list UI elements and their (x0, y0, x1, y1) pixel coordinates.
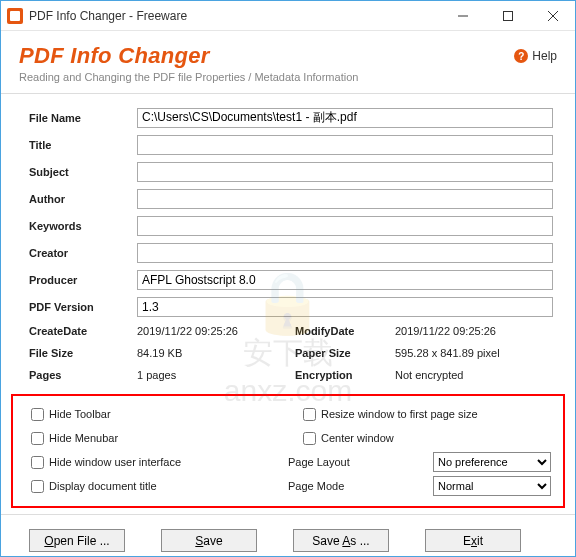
help-icon: ? (514, 49, 528, 63)
svg-line-3 (548, 11, 558, 21)
hide-toolbar-option[interactable]: Hide Toolbar (31, 408, 303, 421)
svg-rect-1 (503, 11, 512, 20)
window-title: PDF Info Changer - Freeware (29, 9, 440, 23)
label-keywords: Keywords (29, 220, 137, 232)
label-title: Title (29, 139, 137, 151)
maximize-button[interactable] (485, 1, 530, 30)
label-page-layout: Page Layout (288, 456, 428, 468)
resize-window-option[interactable]: Resize window to first page size (303, 408, 478, 421)
value-create-date: 2019/11/22 09:25:26 (137, 325, 295, 337)
producer-field[interactable] (137, 270, 553, 290)
display-doc-title-checkbox[interactable] (31, 480, 44, 493)
subject-field[interactable] (137, 162, 553, 182)
close-button[interactable] (530, 1, 575, 30)
label-encryption: Encryption (295, 369, 395, 381)
hide-menubar-option[interactable]: Hide Menubar (31, 432, 303, 445)
save-button[interactable]: Save (161, 529, 257, 552)
title-field[interactable] (137, 135, 553, 155)
exit-button[interactable]: Exit (425, 529, 521, 552)
page-layout-select[interactable]: No preference (433, 452, 551, 472)
pdf-version-field[interactable] (137, 297, 553, 317)
label-subject: Subject (29, 166, 137, 178)
app-subtitle: Reading and Changing the PDF file Proper… (19, 71, 557, 83)
label-creator: Creator (29, 247, 137, 259)
keywords-field[interactable] (137, 216, 553, 236)
minimize-button[interactable] (440, 1, 485, 30)
app-icon (7, 8, 23, 24)
label-pages: Pages (29, 369, 137, 381)
app-title: PDF Info Changer (19, 43, 557, 69)
hide-window-ui-option[interactable]: Hide window user interface (31, 456, 288, 469)
creator-field[interactable] (137, 243, 553, 263)
hide-menubar-checkbox[interactable] (31, 432, 44, 445)
value-pages: 1 pages (137, 369, 295, 381)
display-doc-title-option[interactable]: Display document title (31, 480, 288, 493)
center-window-checkbox[interactable] (303, 432, 316, 445)
save-as-button[interactable]: Save As ... (293, 529, 389, 552)
label-modify-date: ModifyDate (295, 325, 395, 337)
help-link[interactable]: ? Help (514, 49, 557, 63)
center-window-option[interactable]: Center window (303, 432, 394, 445)
header: PDF Info Changer Reading and Changing th… (1, 31, 575, 93)
titlebar: PDF Info Changer - Freeware (1, 1, 575, 31)
value-encryption: Not encrypted (395, 369, 463, 381)
svg-line-2 (548, 11, 558, 21)
author-field[interactable] (137, 189, 553, 209)
page-mode-select[interactable]: Normal (433, 476, 551, 496)
label-paper-size: Paper Size (295, 347, 395, 359)
options-panel: Hide Toolbar Resize window to first page… (11, 394, 565, 508)
hide-toolbar-checkbox[interactable] (31, 408, 44, 421)
label-file-size: File Size (29, 347, 137, 359)
open-file-button[interactable]: Open File ... (29, 529, 125, 552)
label-author: Author (29, 193, 137, 205)
label-page-mode: Page Mode (288, 480, 428, 492)
label-pdf-version: PDF Version (29, 301, 137, 313)
label-producer: Producer (29, 274, 137, 286)
value-file-size: 84.19 KB (137, 347, 295, 359)
value-modify-date: 2019/11/22 09:25:26 (395, 325, 496, 337)
resize-window-checkbox[interactable] (303, 408, 316, 421)
value-paper-size: 595.28 x 841.89 pixel (395, 347, 500, 359)
hide-window-ui-checkbox[interactable] (31, 456, 44, 469)
label-create-date: CreateDate (29, 325, 137, 337)
label-file-name: File Name (29, 112, 137, 124)
file-name-field[interactable] (137, 108, 553, 128)
